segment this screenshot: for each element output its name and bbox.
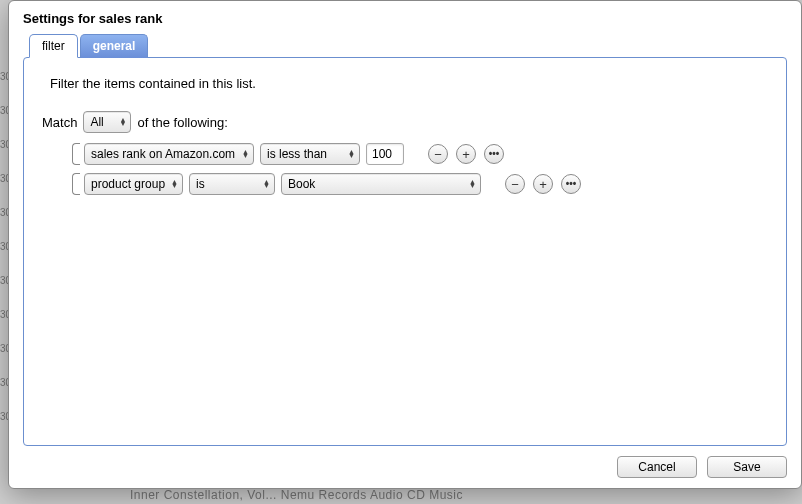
chevron-updown-icon: ▲▼ (348, 150, 355, 158)
save-button-label: Save (733, 460, 760, 474)
plus-icon: + (539, 178, 547, 191)
settings-dialog: Settings for sales rank filter general F… (8, 0, 802, 489)
rule-options-button[interactable]: ••• (484, 144, 504, 164)
rule-options-button[interactable]: ••• (561, 174, 581, 194)
tab-strip: filter general (29, 34, 787, 57)
rule-operator-select[interactable]: is less than ▲▼ (260, 143, 360, 165)
minus-icon: − (511, 178, 519, 191)
tab-filter-label: filter (42, 39, 65, 53)
add-rule-button[interactable]: + (456, 144, 476, 164)
dialog-button-row: Cancel Save (9, 446, 801, 488)
rule-field-select[interactable]: sales rank on Amazon.com ▲▼ (84, 143, 254, 165)
ellipsis-icon: ••• (566, 179, 577, 189)
tab-area: filter general Filter the items containe… (9, 34, 801, 446)
backdrop-bottom-text: Inner Constellation, Vol... Nemu Records… (0, 488, 802, 502)
rule-value-input[interactable] (366, 143, 404, 165)
rule-value-text: Book (288, 177, 315, 191)
filter-intro: Filter the items contained in this list. (50, 76, 768, 91)
tab-general[interactable]: general (80, 34, 149, 58)
rule-bracket-icon (72, 143, 80, 165)
filter-rule: sales rank on Amazon.com ▲▼ is less than… (72, 143, 768, 165)
rules-list: sales rank on Amazon.com ▲▼ is less than… (72, 143, 768, 195)
dialog-title: Settings for sales rank (9, 1, 801, 34)
ellipsis-icon: ••• (489, 149, 500, 159)
chevron-updown-icon: ▲▼ (469, 180, 476, 188)
rule-bracket-icon (72, 173, 80, 195)
remove-rule-button[interactable]: − (505, 174, 525, 194)
match-mode-select[interactable]: All ▲▼ (83, 111, 131, 133)
rule-field-value: sales rank on Amazon.com (91, 147, 235, 161)
tab-general-label: general (93, 39, 136, 53)
cancel-button[interactable]: Cancel (617, 456, 697, 478)
filter-panel: Filter the items contained in this list.… (23, 57, 787, 446)
chevron-updown-icon: ▲▼ (242, 150, 249, 158)
add-rule-button[interactable]: + (533, 174, 553, 194)
tab-filter[interactable]: filter (29, 34, 78, 58)
match-suffix: of the following: (137, 115, 227, 130)
rule-operator-select[interactable]: is ▲▼ (189, 173, 275, 195)
chevron-updown-icon: ▲▼ (171, 180, 178, 188)
rule-operator-value: is less than (267, 147, 327, 161)
cancel-button-label: Cancel (638, 460, 675, 474)
filter-rule: product group ▲▼ is ▲▼ Book ▲▼ − (72, 173, 768, 195)
chevron-updown-icon: ▲▼ (119, 118, 126, 126)
match-prefix: Match (42, 115, 77, 130)
match-mode-value: All (90, 115, 103, 129)
minus-icon: − (434, 148, 442, 161)
rule-value-select[interactable]: Book ▲▼ (281, 173, 481, 195)
plus-icon: + (462, 148, 470, 161)
chevron-updown-icon: ▲▼ (263, 180, 270, 188)
rule-field-select[interactable]: product group ▲▼ (84, 173, 183, 195)
match-line: Match All ▲▼ of the following: (42, 111, 768, 133)
rule-field-value: product group (91, 177, 165, 191)
save-button[interactable]: Save (707, 456, 787, 478)
remove-rule-button[interactable]: − (428, 144, 448, 164)
rule-operator-value: is (196, 177, 205, 191)
